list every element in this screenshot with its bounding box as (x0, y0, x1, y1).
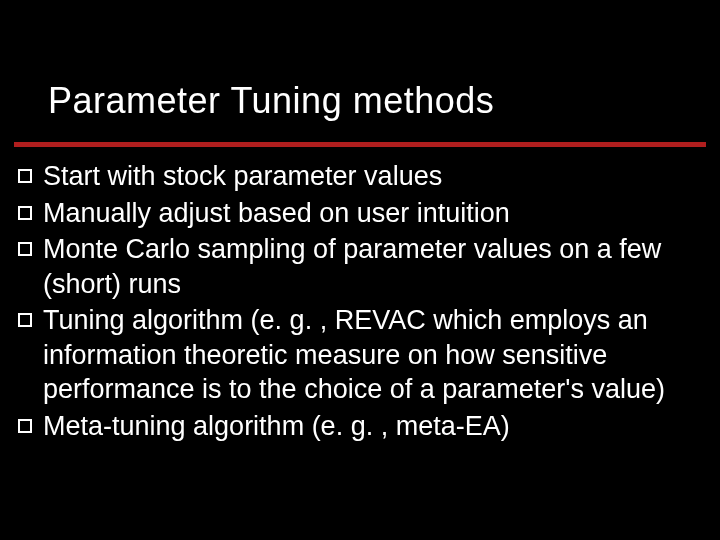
bullet-text: Manually adjust based on user intuition (43, 196, 702, 231)
list-item: Manually adjust based on user intuition (18, 196, 702, 231)
bullet-text: Meta-tuning algorithm (e. g. , meta-EA) (43, 409, 702, 444)
checkbox-icon (18, 206, 32, 220)
bullet-text: Tuning algorithm (e. g. , REVAC which em… (43, 303, 702, 407)
list-item: Tuning algorithm (e. g. , REVAC which em… (18, 303, 702, 407)
slide-container: Parameter Tuning methods Start with stoc… (0, 0, 720, 540)
content-area: Start with stock parameter values Manual… (0, 147, 720, 443)
list-item: Start with stock parameter values (18, 159, 702, 194)
page-title: Parameter Tuning methods (48, 80, 680, 122)
checkbox-icon (18, 242, 32, 256)
list-item: Meta-tuning algorithm (e. g. , meta-EA) (18, 409, 702, 444)
checkbox-icon (18, 313, 32, 327)
checkbox-icon (18, 419, 32, 433)
checkbox-icon (18, 169, 32, 183)
bullet-text: Monte Carlo sampling of parameter values… (43, 232, 702, 301)
bullet-text: Start with stock parameter values (43, 159, 702, 194)
title-area: Parameter Tuning methods (0, 0, 720, 134)
list-item: Monte Carlo sampling of parameter values… (18, 232, 702, 301)
